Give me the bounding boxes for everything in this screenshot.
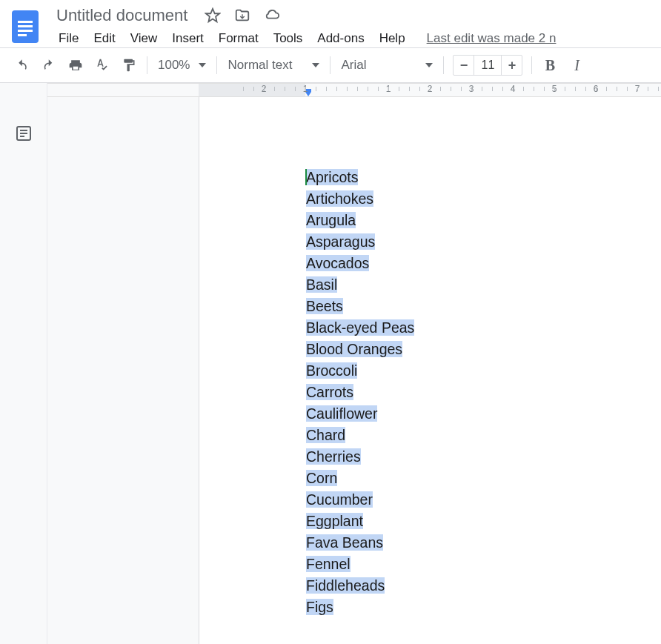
selected-text[interactable]: Cauliflower bbox=[306, 405, 377, 422]
document-line[interactable]: Avocados bbox=[306, 253, 661, 274]
document-line[interactable]: Corn bbox=[306, 468, 661, 489]
document-line[interactable]: Cucumber bbox=[306, 489, 661, 511]
separator bbox=[330, 56, 330, 74]
selected-text[interactable]: Avocados bbox=[306, 255, 369, 271]
selected-text[interactable]: Cherries bbox=[306, 448, 361, 465]
font-size-increase-button[interactable]: + bbox=[501, 55, 522, 76]
separator bbox=[443, 56, 444, 74]
document-line[interactable]: Cherries bbox=[306, 446, 661, 468]
menu-format[interactable]: Format bbox=[212, 28, 265, 49]
chevron-down-icon bbox=[312, 63, 319, 67]
selected-text[interactable]: Fennel bbox=[306, 556, 351, 572]
menu-addons[interactable]: Add-ons bbox=[310, 28, 371, 49]
document-line[interactable]: Apricots bbox=[306, 167, 661, 188]
horizontal-ruler[interactable]: 2112345678 bbox=[47, 84, 661, 97]
svg-rect-2 bbox=[18, 25, 33, 27]
document-canvas[interactable]: ApricotsArtichokesArugulaAsparagusAvocad… bbox=[47, 97, 661, 644]
zoom-dropdown[interactable]: 100% bbox=[152, 53, 212, 77]
document-line[interactable]: Beets bbox=[306, 296, 661, 317]
separator bbox=[531, 56, 532, 74]
docs-logo[interactable] bbox=[10, 7, 40, 47]
document-line[interactable]: Arugula bbox=[306, 210, 661, 231]
font-family-value: Arial bbox=[341, 58, 366, 73]
separator bbox=[147, 56, 147, 74]
selected-text[interactable]: Chard bbox=[306, 427, 345, 443]
selected-text[interactable]: Black-eyed Peas bbox=[306, 319, 414, 336]
selected-text[interactable]: Fava Beans bbox=[306, 534, 383, 551]
selected-text[interactable]: Broccoli bbox=[306, 362, 357, 379]
font-family-dropdown[interactable]: Arial bbox=[335, 53, 439, 77]
selected-text[interactable]: Apricots bbox=[306, 169, 358, 185]
selected-text[interactable]: Carrots bbox=[306, 384, 353, 400]
selected-text[interactable]: Basil bbox=[306, 276, 337, 293]
document-line[interactable]: Broccoli bbox=[306, 360, 661, 382]
print-button[interactable] bbox=[64, 53, 87, 77]
selected-text[interactable]: Arugula bbox=[306, 212, 356, 228]
font-size-control: − 11 + bbox=[453, 55, 522, 76]
document-line[interactable]: Basil bbox=[306, 274, 661, 296]
page[interactable]: ApricotsArtichokesArugulaAsparagusAvocad… bbox=[199, 97, 661, 644]
chevron-down-icon bbox=[425, 63, 433, 67]
document-line[interactable]: Chard bbox=[306, 425, 661, 446]
selected-text[interactable]: Corn bbox=[306, 470, 337, 486]
italic-button[interactable]: I bbox=[565, 53, 588, 77]
outline-panel bbox=[0, 83, 47, 644]
document-line[interactable]: Asparagus bbox=[306, 231, 661, 253]
menu-help[interactable]: Help bbox=[373, 28, 412, 49]
selected-text[interactable]: Figs bbox=[306, 599, 333, 615]
menu-tools[interactable]: Tools bbox=[267, 28, 310, 49]
selected-text[interactable]: Eggplant bbox=[306, 513, 363, 529]
redo-button[interactable] bbox=[37, 53, 61, 77]
menu-file[interactable]: File bbox=[52, 28, 85, 49]
paint-format-button[interactable] bbox=[117, 53, 141, 77]
document-line[interactable]: Carrots bbox=[306, 382, 661, 403]
text-cursor bbox=[305, 169, 307, 185]
bold-button[interactable]: B bbox=[538, 53, 562, 77]
document-line[interactable]: Artichokes bbox=[306, 188, 661, 210]
svg-rect-3 bbox=[18, 30, 33, 32]
document-line[interactable]: Fennel bbox=[306, 554, 661, 575]
document-line[interactable]: Fava Beans bbox=[306, 532, 661, 554]
spellcheck-button[interactable] bbox=[90, 53, 114, 77]
document-line[interactable]: Fiddleheads bbox=[306, 575, 661, 597]
selected-text[interactable]: Artichokes bbox=[306, 190, 373, 207]
menu-edit[interactable]: Edit bbox=[87, 28, 122, 49]
undo-button[interactable] bbox=[10, 53, 34, 77]
selected-text[interactable]: Blood Oranges bbox=[306, 341, 402, 357]
font-size-decrease-button[interactable]: − bbox=[454, 55, 474, 76]
last-edit-link[interactable]: Last edit was made 2 n bbox=[427, 31, 557, 46]
cloud-status-icon[interactable] bbox=[263, 7, 281, 24]
selected-text[interactable]: Asparagus bbox=[306, 233, 375, 250]
document-outline-icon[interactable] bbox=[15, 125, 33, 145]
toolbar: 100% Normal text Arial − 11 + B I bbox=[0, 47, 661, 83]
paragraph-style-value: Normal text bbox=[227, 58, 292, 73]
separator bbox=[216, 56, 217, 74]
selected-text[interactable]: Beets bbox=[306, 298, 343, 314]
document-line[interactable]: Figs bbox=[306, 597, 661, 618]
document-line[interactable]: Blood Oranges bbox=[306, 339, 661, 360]
selected-text[interactable]: Fiddleheads bbox=[306, 577, 385, 594]
svg-rect-1 bbox=[18, 21, 33, 23]
selected-text[interactable]: Cucumber bbox=[306, 491, 373, 508]
document-line[interactable]: Eggplant bbox=[306, 511, 661, 532]
move-to-folder-icon[interactable] bbox=[233, 7, 251, 24]
zoom-value: 100% bbox=[158, 58, 190, 73]
menubar: File Edit View Insert Format Tools Add-o… bbox=[52, 27, 556, 50]
document-title[interactable]: Untitled document bbox=[52, 4, 192, 27]
document-line[interactable]: Black-eyed Peas bbox=[306, 317, 661, 339]
ruler-left-margin bbox=[199, 84, 305, 96]
font-size-value[interactable]: 11 bbox=[474, 59, 501, 72]
document-line[interactable]: Cauliflower bbox=[306, 403, 661, 425]
paragraph-style-dropdown[interactable]: Normal text bbox=[222, 53, 325, 77]
menu-insert[interactable]: Insert bbox=[165, 28, 210, 49]
star-icon[interactable] bbox=[204, 7, 222, 24]
svg-rect-4 bbox=[18, 34, 27, 36]
menu-view[interactable]: View bbox=[124, 28, 165, 49]
chevron-down-icon bbox=[199, 63, 206, 67]
